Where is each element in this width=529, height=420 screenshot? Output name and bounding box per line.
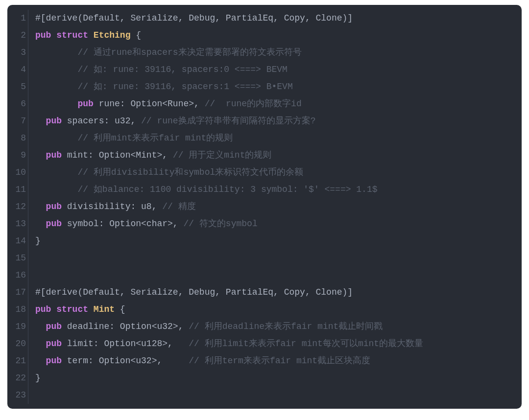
line-content [28, 267, 35, 284]
code-token [51, 30, 56, 40]
line-number: 15 [7, 250, 28, 267]
line-number: 2 [7, 27, 28, 44]
code-line: 2pub struct Etching { [7, 27, 522, 44]
line-content: #[derive(Default, Serialize, Debug, Part… [28, 284, 353, 301]
code-token [35, 219, 46, 229]
code-line: 17#[derive(Default, Serialize, Debug, Pa… [7, 284, 522, 301]
code-token: // 利用limit来表示fair mint每次可以mint的最大数量 [189, 339, 423, 349]
code-line: 12 pub divisibility: u8, // 精度 [7, 198, 522, 215]
code-line: 4 // 如: rune: 39116, spacers:0 <===> BEV… [7, 61, 522, 78]
code-token [35, 99, 77, 109]
line-number: 16 [7, 267, 28, 284]
line-content: pub term: Option<u32>, // 利用term来表示fair … [28, 352, 370, 370]
code-line: 13 pub symbol: Option<char>, // 符文的symbo… [7, 215, 522, 233]
code-line: 18pub struct Mint { [7, 301, 522, 318]
code-token [35, 82, 77, 92]
code-token: Etching [94, 30, 131, 40]
line-number: 10 [7, 164, 28, 181]
code-token: // 如balance: 1100 divisibility: 3 symbol… [77, 185, 377, 194]
code-token: Mint [94, 304, 115, 314]
code-token [88, 30, 94, 40]
line-number: 8 [7, 130, 28, 147]
code-line: 5 // 如: rune: 39116, spacers:1 <===> B•E… [7, 78, 522, 95]
code-token: pub [35, 30, 51, 40]
code-token: pub [46, 116, 62, 126]
line-number: 18 [7, 301, 28, 318]
code-token: deadline: Option<u32>, [62, 322, 189, 331]
code-token: spacers: u32, [62, 116, 141, 126]
line-number: 3 [7, 44, 28, 61]
code-line: 6 pub rune: Option<Rune>, // rune的内部数字id [7, 95, 522, 113]
line-content: pub rune: Option<Rune>, // rune的内部数字id [28, 95, 302, 113]
code-token: // 通过rune和spacers来决定需要部署的符文表示符号 [77, 47, 301, 57]
line-number: 21 [7, 352, 28, 370]
line-content: pub divisibility: u8, // 精度 [28, 198, 196, 215]
code-token: // 利用divisibility和symbol来标识符文代币的余额 [77, 167, 303, 177]
code-line: 23 [7, 387, 522, 404]
line-content: // 利用divisibility和symbol来标识符文代币的余额 [28, 164, 303, 181]
line-number: 17 [7, 284, 28, 301]
code-token: // 利用deadline来表示fair mint截止时间戳 [189, 322, 383, 331]
line-number: 14 [7, 233, 28, 250]
line-content: } [28, 233, 41, 250]
code-token: pub [35, 304, 51, 314]
line-content: pub struct Etching { [28, 27, 141, 44]
code-token: divisibility: u8, [62, 202, 162, 211]
line-number: 13 [7, 215, 28, 233]
code-line: 14} [7, 233, 522, 250]
line-number: 5 [7, 78, 28, 95]
code-token: pub [77, 99, 93, 109]
code-token: pub [46, 356, 62, 366]
code-token: pub [46, 150, 62, 160]
line-number: 22 [7, 370, 28, 387]
code-token [35, 185, 77, 194]
line-number: 1 [7, 10, 28, 27]
line-content [28, 387, 35, 404]
line-content: // 如: rune: 39116, spacers:1 <===> B•EVM [28, 78, 293, 95]
code-line: 20 pub limit: Option<u128>, // 利用limit来表… [7, 335, 522, 352]
line-number: 12 [7, 198, 28, 215]
code-token [35, 356, 46, 366]
code-token: { [115, 304, 125, 314]
code-line: 19 pub deadline: Option<u32>, // 利用deadl… [7, 318, 522, 335]
line-content: pub symbol: Option<char>, // 符文的symbol [28, 215, 258, 233]
code-line: 22} [7, 370, 522, 387]
code-token [35, 322, 46, 331]
code-token: pub [46, 322, 62, 331]
code-token [35, 116, 46, 126]
line-content: // 利用mint来表示fair mint的规则 [28, 130, 233, 147]
code-token: // 利用term来表示fair mint截止区块高度 [189, 356, 370, 366]
code-token: // 符文的symbol [183, 219, 257, 229]
line-number: 23 [7, 387, 28, 404]
code-line: 8 // 利用mint来表示fair mint的规则 [7, 130, 522, 147]
code-line: 10 // 利用divisibility和symbol来标识符文代币的余额 [7, 164, 522, 181]
code-token [35, 150, 46, 160]
line-content: // 通过rune和spacers来决定需要部署的符文表示符号 [28, 44, 302, 61]
code-token: #[derive(Default, Serialize, Debug, Part… [35, 287, 353, 297]
code-token: } [35, 373, 41, 383]
code-token: rune: Option<Rune>, [94, 99, 205, 109]
line-number: 19 [7, 318, 28, 335]
code-token [35, 133, 77, 143]
code-line: 1#[derive(Default, Serialize, Debug, Par… [7, 10, 522, 27]
code-token: pub [46, 219, 62, 229]
line-number: 9 [7, 147, 28, 164]
code-token: { [130, 30, 141, 40]
code-token: struct [56, 304, 88, 314]
code-line: 11 // 如balance: 1100 divisibility: 3 sym… [7, 181, 522, 198]
line-content: pub spacers: u32, // rune换成字符串带有间隔符的显示方案… [28, 113, 315, 130]
code-token: symbol: Option<char>, [62, 219, 183, 229]
code-token [35, 339, 46, 349]
code-token: // rune的内部数字id [205, 99, 302, 109]
line-number: 11 [7, 181, 28, 198]
code-token: term: Option<u32>, [62, 356, 189, 366]
line-content [28, 250, 35, 267]
code-token: } [35, 236, 41, 246]
code-token [35, 47, 77, 57]
code-line: 15 [7, 250, 522, 267]
code-token: #[derive(Default, Serialize, Debug, Part… [35, 13, 353, 23]
code-line: 21 pub term: Option<u32>, // 利用term来表示fa… [7, 352, 522, 370]
code-token [51, 304, 56, 314]
line-number: 4 [7, 61, 28, 78]
line-number: 7 [7, 113, 28, 130]
